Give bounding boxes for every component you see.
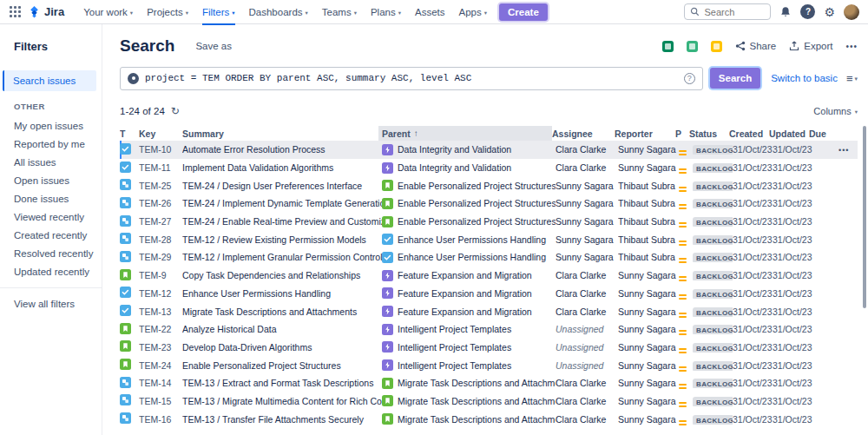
user-avatar[interactable]	[844, 4, 859, 20]
issue-summary[interactable]: TEM-13 / Extract and Format Task Descrip…	[182, 378, 382, 388]
syntax-help-icon[interactable]: ?	[684, 73, 695, 84]
issue-key[interactable]: TEM-29	[139, 252, 182, 262]
issue-row-tem-29[interactable]: TEM-29TEM-12 / Implement Granular Permis…	[120, 248, 858, 267]
columns-button[interactable]: Columns ▾	[813, 106, 858, 116]
issue-summary[interactable]: Automate Error Resolution Process	[182, 144, 382, 155]
issue-summary[interactable]: TEM-13 / Migrate Multimedia Content for …	[182, 396, 382, 406]
issue-key[interactable]: TEM-13	[139, 306, 182, 317]
issue-key[interactable]: TEM-25	[139, 181, 182, 191]
issue-key[interactable]: TEM-14	[139, 378, 182, 388]
issue-row-tem-10[interactable]: TEM-10Automate Error Resolution ProcessD…	[120, 141, 858, 159]
issue-parent[interactable]: Enable Personalized Project Structures	[382, 180, 556, 191]
sidebar-item-done-issues[interactable]: Done issues	[0, 189, 102, 208]
issue-summary[interactable]: TEM-24 / Design User Preferences Interfa…	[182, 181, 382, 191]
sidebar-item-viewed-recently[interactable]: Viewed recently	[0, 208, 102, 226]
nav-item-filters[interactable]: Filters▾	[195, 0, 242, 24]
issue-parent[interactable]: Enable Personalized Project Structures	[382, 198, 556, 209]
issue-row-tem-28[interactable]: TEM-28TEM-12 / Review Existing Permissio…	[120, 230, 858, 248]
issue-row-tem-24[interactable]: TEM-24Enable Personalized Project Struct…	[120, 356, 858, 374]
column-header-key[interactable]: Key	[139, 126, 182, 141]
issue-summary[interactable]: Migrate Task Descriptions and Attachment…	[182, 306, 382, 317]
issue-row-tem-25[interactable]: TEM-25TEM-24 / Design User Preferences I…	[120, 176, 858, 194]
nav-item-teams[interactable]: Teams▾	[315, 0, 364, 24]
switch-to-basic-link[interactable]: Switch to basic	[771, 73, 838, 83]
create-button[interactable]: Create	[499, 3, 548, 21]
sidebar-item-view-all-filters[interactable]: View all filters	[0, 294, 102, 313]
export-button[interactable]: Export	[789, 41, 832, 51]
issue-row-tem-15[interactable]: TEM-15TEM-13 / Migrate Multimedia Conten…	[120, 392, 858, 411]
header-more-icon[interactable]: •••	[845, 42, 858, 51]
issue-key[interactable]: TEM-27	[139, 216, 182, 227]
help-icon[interactable]: ?	[800, 4, 815, 19]
share-button[interactable]: Share	[735, 41, 777, 51]
row-actions-icon[interactable]: •••	[838, 146, 849, 155]
issue-row-tem-16[interactable]: TEM-16TEM-13 / Transfer File Attachments…	[120, 410, 858, 428]
issue-summary[interactable]: Analyze Historical Data	[182, 324, 382, 334]
issue-parent[interactable]: Migrate Task Descriptions and Attachment…	[382, 413, 556, 425]
column-header-created[interactable]: Created	[729, 126, 769, 141]
refresh-icon[interactable]: ↻	[171, 105, 180, 117]
issue-row-tem-22[interactable]: TEM-22Analyze Historical DataIntelligent…	[120, 320, 858, 339]
issue-parent[interactable]: Migrate Task Descriptions and Attachment…	[382, 378, 556, 389]
search-button[interactable]: Search	[710, 68, 760, 89]
addon-app-icon-2[interactable]	[687, 41, 698, 52]
issue-row-tem-13[interactable]: TEM-13Migrate Task Descriptions and Atta…	[120, 302, 858, 320]
issue-parent[interactable]: Enhance User Permissions Handling	[382, 234, 556, 245]
issue-summary[interactable]: TEM-13 / Transfer File Attachments Secur…	[182, 414, 382, 425]
global-search[interactable]	[684, 3, 771, 20]
issue-parent[interactable]: Feature Expansion and Migration	[382, 306, 556, 317]
nav-item-projects[interactable]: Projects▾	[140, 0, 195, 24]
addon-app-icon-3[interactable]	[711, 41, 722, 52]
addon-app-icon-1[interactable]	[662, 41, 674, 52]
nav-item-assets[interactable]: Assets	[408, 0, 452, 24]
sidebar-item-my-open-issues[interactable]: My open issues	[0, 116, 102, 135]
issue-summary[interactable]: TEM-12 / Implement Granular Permission C…	[182, 252, 382, 262]
sidebar-item-all-issues[interactable]: All issues	[0, 153, 102, 171]
sidebar-item-resolved-recently[interactable]: Resolved recently	[0, 244, 102, 262]
sidebar-item-open-issues[interactable]: Open issues	[0, 171, 102, 189]
issue-parent[interactable]: Data Integrity and Validation	[382, 144, 556, 155]
save-as-button[interactable]: Save as	[195, 41, 232, 51]
issue-key[interactable]: TEM-12	[139, 288, 182, 299]
issue-key[interactable]: TEM-22	[139, 324, 182, 334]
view-options-icon[interactable]: ≡ ▾	[838, 72, 858, 85]
issue-parent[interactable]: Intelligent Project Templates	[382, 341, 556, 353]
issue-parent[interactable]: Intelligent Project Templates	[382, 324, 556, 335]
sidebar-item-updated-recently[interactable]: Updated recently	[0, 262, 102, 280]
settings-gear-icon[interactable]: ⚙	[824, 6, 835, 18]
issue-key[interactable]: TEM-24	[139, 360, 182, 371]
issue-key[interactable]: TEM-15	[139, 396, 182, 406]
column-header-reporter[interactable]: Reporter	[615, 126, 675, 141]
issue-parent[interactable]: Migrate Task Descriptions and Attachment…	[382, 395, 556, 406]
column-header-due[interactable]: Due	[809, 126, 835, 141]
issue-key[interactable]: TEM-9	[139, 270, 182, 280]
column-header-p[interactable]: P	[675, 126, 689, 141]
issue-row-tem-27[interactable]: TEM-27TEM-24 / Enable Real-time Preview …	[120, 213, 858, 231]
issue-parent[interactable]: Enhance User Permissions Handling	[382, 252, 556, 263]
column-header-t[interactable]: T	[120, 126, 139, 141]
app-switcher-icon[interactable]	[9, 5, 23, 19]
issue-key[interactable]: TEM-11	[139, 162, 182, 173]
issue-parent[interactable]: Enable Personalized Project Structures	[382, 216, 556, 227]
nav-item-plans[interactable]: Plans▾	[364, 0, 408, 24]
issue-summary[interactable]: Enhance User Permissions Handling	[182, 288, 382, 299]
jql-query-box[interactable]: ?	[120, 67, 703, 90]
issue-summary[interactable]: TEM-12 / Review Existing Permission Mode…	[182, 234, 382, 245]
issue-row-tem-11[interactable]: TEM-11Implement Data Validation Algorith…	[120, 159, 858, 177]
jql-input[interactable]	[145, 73, 678, 83]
issue-summary[interactable]: TEM-24 / Enable Real-time Preview and Cu…	[182, 216, 382, 227]
issue-summary[interactable]: TEM-24 / Implement Dynamic Template Gene…	[182, 198, 382, 208]
issue-parent[interactable]: Feature Expansion and Migration	[382, 287, 556, 299]
issue-key[interactable]: TEM-10	[139, 144, 182, 155]
issue-key[interactable]: TEM-28	[139, 234, 182, 245]
issue-parent[interactable]: Intelligent Project Templates	[382, 359, 556, 371]
issue-key[interactable]: TEM-16	[139, 414, 182, 425]
issue-row-tem-26[interactable]: TEM-26TEM-24 / Implement Dynamic Templat…	[120, 194, 858, 213]
sidebar-item-search-issues[interactable]: Search issues	[3, 70, 96, 91]
issue-summary[interactable]: Enable Personalized Project Structures	[182, 360, 382, 371]
nav-item-dashboards[interactable]: Dashboards▾	[242, 0, 315, 24]
issue-row-tem-9[interactable]: TEM-9Copy Task Dependencies and Relation…	[120, 267, 858, 285]
scrollbar-thumb[interactable]	[863, 126, 866, 308]
issue-summary[interactable]: Implement Data Validation Algorithms	[182, 162, 382, 173]
issue-summary[interactable]: Copy Task Dependencies and Relationships	[182, 270, 382, 280]
